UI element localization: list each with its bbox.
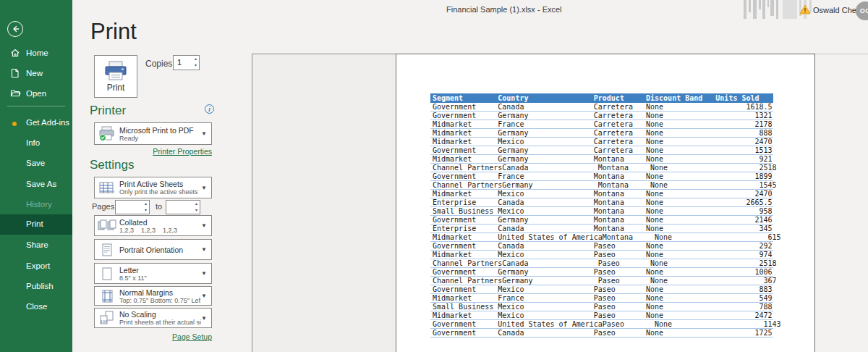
dropdown-title: Letter xyxy=(119,266,201,275)
window-title-bar: Financial Sample (1).xlsx - Excel Oswald… xyxy=(0,0,868,19)
chevron-down-icon: ▼ xyxy=(201,222,211,229)
stepper-arrows-icon[interactable]: ▴▾ xyxy=(145,201,147,214)
new-badge-dot xyxy=(12,122,17,126)
sidebar-item-label: Open xyxy=(26,89,46,98)
user-avatar[interactable]: OC xyxy=(856,1,868,20)
sidebar-item-new[interactable]: New xyxy=(0,67,72,80)
preview-table-row: Channel PartnersCanada Montana None 2518 xyxy=(430,164,773,172)
preview-table-row: Midmarket Mexico Paseo None 974 xyxy=(430,251,773,259)
active-sheets-icon xyxy=(95,182,119,194)
dropdown-title: No Scaling xyxy=(119,310,201,319)
printer-name: Microsoft Print to PDF xyxy=(119,126,201,135)
sidebar-item-label: Get Add-ins xyxy=(26,118,69,127)
collated-pages-icon xyxy=(95,219,119,232)
dropdown-subtitle: Print sheets at their actual size xyxy=(119,319,201,326)
print-settings-panel: Print Print Copies: 1 ▴▾ Printer i xyxy=(72,19,252,352)
settings-section-heading: Settings xyxy=(90,158,134,172)
margins-page-icon xyxy=(95,290,119,303)
printer-status: Ready xyxy=(119,135,201,142)
preview-table-row: Government Germany Montana None 2146 xyxy=(430,216,773,225)
print-button[interactable]: Print xyxy=(94,55,137,98)
dropdown-subtitle: 8.5" x 11" xyxy=(119,275,201,282)
dropdown-title: Portrait Orientation xyxy=(119,246,201,254)
new-document-icon xyxy=(10,68,20,78)
preview-table-row: Government Mexico Paseo None 883 xyxy=(430,285,773,294)
sidebar-item-label: Share xyxy=(26,240,48,249)
preview-table-row: Small Business Mexico Paseo None 788 xyxy=(430,303,773,311)
sidebar-item-print[interactable]: Print xyxy=(0,214,72,235)
sidebar-item-label: Info xyxy=(26,138,40,147)
backstage-sidebar: Home New Open Get Add-ins Info Save Save… xyxy=(0,0,72,352)
preview-table-row: Midmarket Germany Montana None 921 xyxy=(430,155,773,164)
document-title: Financial Sample (1).xlsx - Excel xyxy=(446,5,562,14)
print-button-label: Print xyxy=(95,83,137,93)
preview-table-row: Channel PartnersCanada Paseo None 2518 xyxy=(430,259,773,268)
printer-properties-link[interactable]: Printer Properties xyxy=(94,147,212,156)
sidebar-item-close[interactable]: Close xyxy=(0,301,72,314)
sidebar-item-save[interactable]: Save xyxy=(0,157,72,170)
page-title: Print xyxy=(90,19,137,45)
copies-stepper[interactable]: 1 ▴▾ xyxy=(173,55,200,70)
sidebar-item-publish[interactable]: Publish xyxy=(0,280,72,293)
preview-table-row: Government Canada Carretera None 1618.5 xyxy=(430,103,773,112)
preview-table-row: Government Germany Paseo None 1006 xyxy=(430,268,773,277)
pages-to-input[interactable]: ▴▾ xyxy=(166,200,200,214)
preview-table-row: Government Canada Paseo None 1725 xyxy=(430,329,773,338)
sidebar-item-save-as[interactable]: Save As xyxy=(0,178,72,191)
dropdown-title: Print Active Sheets xyxy=(119,180,201,188)
preview-table-row: Channel PartnersGermany Montana None 154… xyxy=(430,181,773,190)
sidebar-item-history: History xyxy=(0,198,72,211)
preview-table-row: Midmarket Mexico Montana None 2470 xyxy=(430,190,773,198)
sidebar-item-export[interactable]: Export xyxy=(0,260,72,273)
sidebar-item-share[interactable]: Share xyxy=(0,239,72,252)
warning-icon[interactable] xyxy=(799,4,811,14)
paper-size-select[interactable]: Letter 8.5" x 11" ▼ xyxy=(94,263,212,284)
sidebar-item-label: Save As xyxy=(26,180,56,188)
pages-from-input[interactable]: ▴▾ xyxy=(115,200,150,214)
stepper-arrows-icon[interactable]: ▴▾ xyxy=(195,56,197,69)
preview-table: Segment Country Product Discount Band Un… xyxy=(430,93,773,338)
scaling-select[interactable]: 100 No Scaling Print sheets at their act… xyxy=(94,308,212,328)
letter-page-icon xyxy=(95,267,119,280)
printer-device-icon xyxy=(95,126,119,141)
pages-label: Pages: xyxy=(92,202,116,211)
dropdown-subtitle: Only print the active sheets xyxy=(119,188,201,196)
back-arrow-icon xyxy=(10,24,20,34)
preview-table-row: Government United States of AmericaPaseo… xyxy=(430,320,773,329)
chevron-down-icon: ▼ xyxy=(201,315,211,322)
sidebar-item-label: Close xyxy=(26,302,47,311)
sidebar-item-get-add-ins[interactable]: Get Add-ins xyxy=(0,117,72,130)
preview-table-row: Midmarket Germany Carretera None 888 xyxy=(430,129,773,138)
preview-table-header: Segment Country Product Discount Band Un… xyxy=(430,93,773,103)
dropdown-title: Collated xyxy=(119,218,201,227)
preview-table-row: Government Canada Paseo None 292 xyxy=(430,242,773,251)
sidebar-item-label: New xyxy=(26,69,43,77)
margins-select[interactable]: Normal Margins Top: 0.75" Bottom: 0.75" … xyxy=(94,286,212,306)
printer-section-heading: Printer xyxy=(90,104,126,118)
sidebar-item-label: Publish xyxy=(26,282,54,290)
home-icon xyxy=(10,48,20,58)
chevron-down-icon: ▼ xyxy=(201,293,211,299)
pages-to-label: to xyxy=(156,202,162,211)
sidebar-item-label: History xyxy=(26,200,52,209)
user-name[interactable]: Oswald Chen xyxy=(813,6,861,14)
sidebar-item-info[interactable]: Info xyxy=(0,137,72,150)
sidebar-item-label: Export xyxy=(26,261,50,270)
preview-table-row: Enterprise Canada Montana None 345 xyxy=(430,225,773,233)
preview-table-row: Midmarket United States of AmericaMontan… xyxy=(430,233,773,242)
back-button[interactable] xyxy=(7,21,23,37)
print-area-select[interactable]: Print Active Sheets Only print the activ… xyxy=(94,177,212,198)
collation-select[interactable]: Collated 1,2,3 1,2,3 1,2,3 ▼ xyxy=(94,215,212,236)
info-icon[interactable]: i xyxy=(205,104,214,114)
chevron-down-icon: ▼ xyxy=(201,130,211,137)
sidebar-item-home[interactable]: Home xyxy=(0,47,72,60)
sidebar-item-open[interactable]: Open xyxy=(0,88,72,101)
orientation-select[interactable]: Portrait Orientation ▼ xyxy=(94,239,212,260)
dropdown-title: Normal Margins xyxy=(119,288,201,297)
open-folder-icon xyxy=(10,88,21,98)
chevron-down-icon: ▼ xyxy=(201,246,211,253)
stepper-arrows-icon[interactable]: ▴▾ xyxy=(195,201,197,214)
page-setup-link[interactable]: Page Setup xyxy=(94,332,212,341)
printer-select[interactable]: Microsoft Print to PDF Ready ▼ xyxy=(94,122,212,145)
chevron-down-icon: ▼ xyxy=(201,270,211,277)
